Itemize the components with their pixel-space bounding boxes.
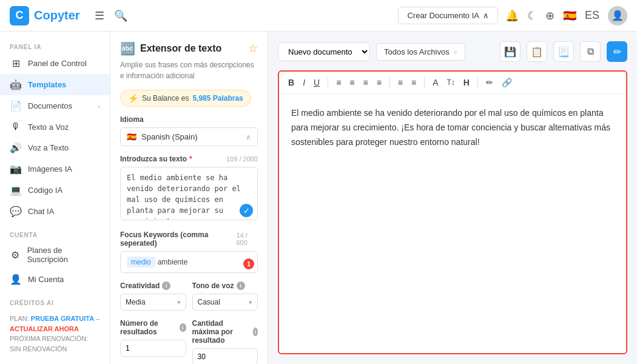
keywords-wrap: medio ambiente 1 <box>120 251 258 273</box>
sidebar-item-texto-voz-label: Texto a Voz <box>28 123 69 132</box>
avatar[interactable]: 👤 <box>608 6 627 25</box>
notification-icon[interactable]: 🔔 <box>505 9 519 22</box>
balance-value: 5,985 Palabras <box>192 94 243 103</box>
draw-button[interactable]: ✏ <box>483 76 496 89</box>
documentos-icon: 📄 <box>10 100 22 112</box>
plan-text: PLAN: <box>10 315 31 322</box>
plan-link-prueba[interactable]: PRUEBA GRATUITA <box>31 315 94 322</box>
text-size-button[interactable]: T↕ <box>444 77 458 88</box>
heading-button[interactable]: H <box>460 76 473 89</box>
flag-icon: 🇪🇸 <box>563 9 576 22</box>
grid-icon[interactable]: ⊕ <box>545 9 554 22</box>
extensor-icon: 🔤 <box>120 41 135 56</box>
editor-toolbar: B I U ≡ ≡ ≡ ≡ ≡ ≡ A T↕ H ✏ 🔗 <box>279 72 626 94</box>
duplicate-button[interactable]: ⧉ <box>580 41 601 62</box>
chevron-down-icon: ▾ <box>249 298 252 306</box>
archive-chevron-icon: ⬦ <box>453 47 457 56</box>
texto-label: Introduzca su texto* 109 / 2000 <box>120 155 258 163</box>
chevron-down-icon: ▾ <box>177 298 181 306</box>
toolbar-divider-2 <box>389 77 390 88</box>
idioma-flag: 🇪🇸 <box>127 132 136 141</box>
download-button[interactable]: 📋 <box>527 41 547 62</box>
sidebar-item-documentos[interactable]: 📄 Documentos › <box>0 95 110 116</box>
copy-button[interactable]: 📃 <box>553 41 574 62</box>
archive-select[interactable]: Todos los Archivos ⬦ <box>376 43 465 61</box>
crear-documento-button[interactable]: Crear Documento IA ∧ <box>398 7 498 24</box>
cuenta-label: CUENTA <box>0 227 110 241</box>
save-file-button[interactable]: 💾 <box>500 41 521 62</box>
edit-button[interactable]: ✏ <box>607 41 627 62</box>
unordered-list-button[interactable]: ≡ <box>408 76 419 89</box>
document-select[interactable]: Nuevo documento <box>278 42 370 61</box>
creatividad-select[interactable]: Media ▾ <box>120 294 186 311</box>
cantidad-info-icon[interactable]: i <box>253 328 258 336</box>
sidebar-item-templates[interactable]: 🤖 Templates <box>0 74 110 95</box>
underline-button[interactable]: U <box>311 76 323 89</box>
link-button[interactable]: 🔗 <box>499 76 515 89</box>
keywords-label: Focus Keywords (comma seperated) 14 / 60… <box>120 231 258 248</box>
sidebar-item-mi-cuenta-label: Mi Cuenta <box>28 275 64 284</box>
align-left-button[interactable]: ≡ <box>333 76 344 89</box>
texto-wrap: El medio ambiente se ha venido deteriora… <box>120 167 258 222</box>
lang-label[interactable]: ES <box>585 9 599 22</box>
font-color-button[interactable]: A <box>430 76 441 89</box>
sidebar-item-codigo-ia[interactable]: 💻 Código IA <box>0 180 110 201</box>
ordered-list-button[interactable]: ≡ <box>395 76 406 89</box>
tono-info-icon[interactable]: i <box>237 281 245 290</box>
main-layout: PANEL IA ⊞ Panel de Control 🤖 Templates … <box>0 32 637 364</box>
num-resultados-input[interactable] <box>120 340 186 357</box>
right-panel: Nuevo documento Todos los Archivos ⬦ 💾 📋… <box>268 32 637 364</box>
align-right-button[interactable]: ≡ <box>360 76 371 89</box>
panel-description: Amplíe sus frases con más descripciones … <box>120 59 258 81</box>
plan-info: PLAN: PRUEBA GRATUITA – ACTUALIZAR AHORA… <box>0 309 110 359</box>
creatividad-tono-row: Creatividad i Media ▾ Tono de voz i Casu… <box>120 281 258 311</box>
sidebar-item-mi-cuenta[interactable]: 👤 Mi Cuenta <box>0 269 110 290</box>
sidebar-item-imagenes-ia-label: Imágenes IA <box>28 164 72 174</box>
favorite-star-icon[interactable]: ☆ <box>248 42 258 55</box>
idioma-value: Spanish (Spain) <box>141 132 198 141</box>
creditos-label: CRÉDITOS AI <box>0 295 110 309</box>
justify-button[interactable]: ≡ <box>374 76 385 89</box>
crear-documento-label: Crear Documento IA <box>407 11 479 20</box>
sidebar-item-texto-voz[interactable]: 🎙 Texto a Voz <box>0 116 110 137</box>
menu-icon[interactable]: ☰ <box>95 9 104 22</box>
templates-icon: 🤖 <box>10 79 22 90</box>
sidebar-item-panel-control[interactable]: ⊞ Panel de Control <box>0 53 110 74</box>
tono-select[interactable]: Casual ▾ <box>192 294 258 311</box>
bolt-icon: ⚡ <box>128 93 138 103</box>
keywords-input[interactable]: medio ambiente <box>120 251 258 273</box>
texto-check-icon: ✓ <box>240 204 253 217</box>
bold-button[interactable]: B <box>285 76 297 89</box>
sidebar-item-templates-label: Templates <box>28 80 66 89</box>
texto-input[interactable]: El medio ambiente se ha venido deteriora… <box>120 167 258 220</box>
creatividad-info-icon[interactable]: i <box>162 281 170 290</box>
sidebar-item-imagenes-ia[interactable]: 📷 Imágenes IA <box>0 158 110 180</box>
nav-actions: 🔔 ☾ ⊕ 🇪🇸 ES 👤 <box>505 6 627 25</box>
right-toolbar: Nuevo documento Todos los Archivos ⬦ 💾 📋… <box>278 41 627 62</box>
idioma-select[interactable]: 🇪🇸 Spanish (Spain) ∧ <box>120 127 258 146</box>
creatividad-label: Creatividad i <box>120 281 186 290</box>
num-resultados-label: Número de resultados i <box>120 319 186 336</box>
archive-select-label: Todos los Archivos <box>384 47 450 56</box>
codigo-ia-icon: 💻 <box>10 184 22 196</box>
italic-button[interactable]: I <box>300 76 308 89</box>
sidebar-item-voz-texto[interactable]: 🔊 Voz a Texto <box>0 137 110 158</box>
align-center-button[interactable]: ≡ <box>346 76 357 89</box>
plan-link-actualizar[interactable]: ACTUALIZAR AHORA <box>10 325 79 332</box>
sidebar-item-codigo-ia-label: Código IA <box>28 186 62 195</box>
sidebar-item-planes[interactable]: ⚙ Planes de Suscripción <box>0 241 110 269</box>
darkmode-icon[interactable]: ☾ <box>527 9 537 22</box>
editor-content[interactable]: El medio ambiente se ha venido deteriora… <box>279 94 626 353</box>
keywords-count: 14 / 600 <box>236 232 258 246</box>
search-icon[interactable]: 🔍 <box>114 9 127 22</box>
panel-title: Extensor de texto <box>140 43 243 54</box>
creatividad-value: Media <box>126 298 146 306</box>
num-results-row: Número de resultados i Cantidad máxima p… <box>120 319 258 364</box>
topnav: C Copyter ☰ 🔍 Crear Documento IA ∧ 🔔 ☾ ⊕… <box>0 0 637 32</box>
logo-text: Copyter <box>34 8 80 22</box>
num-resultados-info-icon[interactable]: i <box>180 323 186 332</box>
cantidad-input[interactable] <box>192 348 258 364</box>
chevron-up-icon: ∧ <box>483 11 489 20</box>
sidebar-item-chat-ia[interactable]: 💬 Chat IA <box>0 201 110 222</box>
keyword-plain: ambiente <box>158 258 187 266</box>
